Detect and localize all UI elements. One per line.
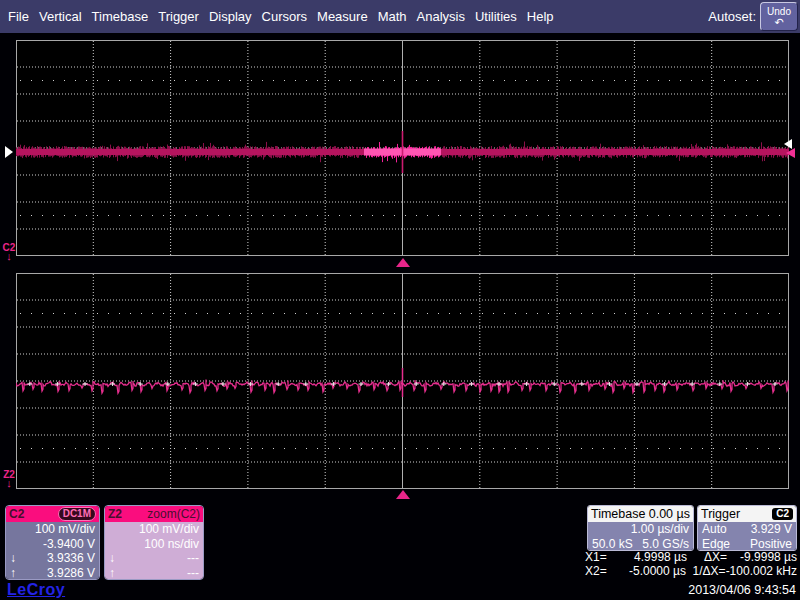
c2-cursor-down-row: ↓ 3.9336 V — [6, 551, 99, 566]
c2-vdiv: 100 mV/div — [6, 522, 99, 537]
trigger-type: Edge — [702, 537, 730, 551]
dx-value: -9.9998 µs — [727, 550, 797, 564]
z2-cursor-up-row: ↑ --- — [105, 566, 203, 580]
trigger-slope: Positive — [750, 537, 792, 551]
timebase-box[interactable]: Timebase 0.00 µs 1.00 µs/div 50.0 kS 5.0… — [587, 505, 694, 551]
z2-descriptor-header: Z2 zoom(C2) — [105, 506, 203, 522]
c2-descriptor-header: C2 DC1M — [6, 506, 99, 522]
zoom-waveform-grid[interactable] — [16, 273, 789, 489]
z2-cursor-up-value: --- — [187, 566, 199, 580]
z2-vdiv: 100 mV/div — [105, 522, 203, 537]
cursor-down-arrow-icon: ↓ — [109, 551, 115, 566]
menu-bar: File Vertical Timebase Trigger Display C… — [0, 0, 800, 33]
cursor-down-arrow-icon: ↓ — [10, 551, 16, 566]
trigger-position-marker-zoom[interactable] — [396, 490, 410, 499]
undo-button[interactable]: Undo ↶ — [760, 2, 798, 31]
z2-tdiv: 100 ns/div — [105, 537, 203, 552]
timebase-tdiv: 1.00 µs/div — [631, 522, 689, 537]
x2-label: X2= — [585, 564, 615, 578]
x1-value: 4.9998 µs — [615, 550, 687, 564]
c2-offset: -3.9400 V — [6, 537, 99, 552]
undo-arrow-icon: ↶ — [761, 17, 797, 28]
menu-cursors[interactable]: Cursors — [262, 9, 308, 24]
c2-cursor-up-value: 3.9286 V — [47, 566, 95, 580]
trigger-source-badge: C2 — [772, 508, 793, 520]
cursor-readout-row2: X2= -5.0000 µs 1/ΔX= -100.002 kHz — [585, 564, 797, 578]
c2-cursor-down-value: 3.9336 V — [47, 551, 95, 566]
z2-channel-name: Z2 — [108, 507, 122, 521]
z2-zoom-source: zoom(C2) — [147, 507, 200, 521]
main-waveform-grid[interactable] — [16, 40, 789, 256]
trigger-mode: Auto — [702, 522, 727, 537]
menu-file[interactable]: File — [8, 9, 29, 24]
menu-trigger[interactable]: Trigger — [158, 9, 199, 24]
menu-analysis[interactable]: Analysis — [417, 9, 465, 24]
z2-descriptor-box[interactable]: Z2 zoom(C2) 100 mV/div 100 ns/div ↓ --- … — [104, 505, 204, 580]
timebase-header: Timebase 0.00 µs — [588, 506, 693, 522]
z2-descriptor-body: 100 mV/div 100 ns/div ↓ --- ↑ --- — [105, 522, 203, 580]
menu-help[interactable]: Help — [527, 9, 554, 24]
autoset-label: Autoset: — [708, 9, 756, 24]
c2-offset-arrow-icon: ↓ — [6, 250, 12, 262]
trigger-box[interactable]: Trigger C2 Auto 3.929 V Edge Positive — [697, 505, 797, 551]
z2-cursor-down-value: --- — [187, 551, 199, 566]
timebase-body: 1.00 µs/div 50.0 kS 5.0 GS/s — [588, 522, 693, 551]
invdx-value: -100.002 kHz — [726, 564, 797, 578]
menu-utilities[interactable]: Utilities — [475, 9, 517, 24]
menu-math[interactable]: Math — [378, 9, 407, 24]
cursor-up-arrow-icon: ↑ — [10, 566, 16, 580]
trigger-label: Trigger — [701, 507, 740, 521]
z2-trace-label[interactable]: Z2 ↓ — [2, 470, 16, 488]
c2-cursor-up-row: ↑ 3.9286 V — [6, 566, 99, 580]
x2-value: -5.0000 µs — [615, 564, 686, 578]
menubar-right: Autoset: Undo ↶ — [708, 0, 798, 33]
menu-display[interactable]: Display — [209, 9, 252, 24]
timebase-samples: 50.0 kS — [592, 537, 633, 551]
trigger-level-marker[interactable] — [786, 148, 795, 158]
z2-offset-arrow-icon: ↓ — [6, 477, 12, 489]
c2-trace-label[interactable]: C2 ↓ — [2, 243, 16, 261]
trigger-level: 3.929 V — [751, 522, 792, 537]
z2-cursor-down-row: ↓ --- — [105, 551, 203, 566]
timebase-position: 0.00 µs — [649, 507, 690, 521]
timebase-label: Timebase — [591, 507, 645, 521]
trigger-mode-row: Auto 3.929 V — [698, 522, 796, 537]
trigger-header: Trigger C2 — [698, 506, 796, 522]
menu-vertical[interactable]: Vertical — [39, 9, 82, 24]
timebase-rate: 5.0 GS/s — [642, 537, 689, 551]
c2-descriptor-box[interactable]: C2 DC1M 100 mV/div -3.9400 V ↓ 3.9336 V … — [5, 505, 100, 580]
c2-descriptor-body: 100 mV/div -3.9400 V ↓ 3.9336 V ↑ 3.9286… — [6, 522, 99, 580]
cursor-up-arrow-icon: ↑ — [109, 566, 115, 580]
main-waveform-svg — [16, 40, 789, 256]
menu-items: File Vertical Timebase Trigger Display C… — [0, 9, 554, 24]
timebase-sampling-row: 50.0 kS 5.0 GS/s — [588, 537, 693, 551]
dx-label: ΔX= — [687, 550, 727, 564]
trigger-type-row: Edge Positive — [698, 537, 796, 551]
c2-coupling-badge: DC1M — [58, 507, 96, 521]
lecroy-logo: LeCroy — [7, 581, 65, 599]
x1-label: X1= — [585, 550, 615, 564]
trigger-body: Auto 3.929 V Edge Positive — [698, 522, 796, 551]
invdx-label: 1/ΔX= — [686, 564, 726, 578]
zoom-waveform-svg — [16, 273, 789, 489]
c2-channel-name: C2 — [9, 507, 24, 521]
menu-measure[interactable]: Measure — [317, 9, 368, 24]
oscilloscope-screen: File Vertical Timebase Trigger Display C… — [0, 0, 800, 600]
trigger-position-marker-main[interactable] — [396, 258, 410, 267]
cursor-readout-row1: X1= 4.9998 µs ΔX= -9.9998 µs — [585, 550, 797, 564]
x2-cursor-marker-icon[interactable] — [5, 146, 13, 158]
menu-timebase[interactable]: Timebase — [92, 9, 149, 24]
timebase-tdiv-row: 1.00 µs/div — [588, 522, 693, 537]
timestamp: 2013/04/06 9:43:54 — [688, 583, 796, 597]
